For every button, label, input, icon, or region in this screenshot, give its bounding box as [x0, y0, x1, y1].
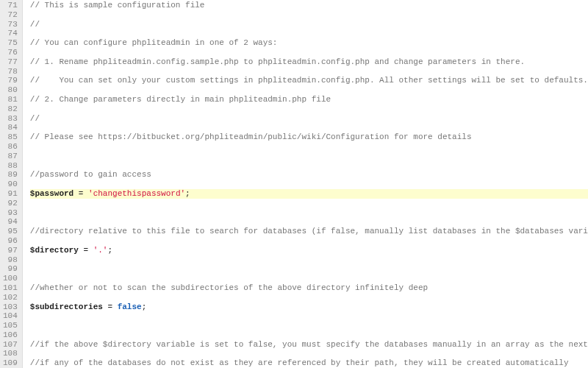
line-number: 75 — [3, 38, 18, 48]
line-number: 101 — [3, 283, 18, 293]
line-number: 96 — [3, 236, 18, 246]
code-line[interactable]: //if the above $directory variable is se… — [30, 340, 588, 350]
code-line[interactable]: // You can set only your custom settings… — [30, 76, 588, 85]
line-number: 73 — [3, 20, 18, 29]
token-comment: // — [30, 20, 40, 29]
code-line[interactable]: // — [30, 20, 588, 29]
token-punct: ; — [142, 302, 147, 311]
code-line[interactable] — [30, 199, 588, 208]
line-number: 86 — [3, 142, 18, 152]
line-number: 98 — [3, 255, 18, 265]
code-line[interactable]: $subdirectories = false; — [30, 302, 588, 312]
line-number: 103 — [3, 302, 18, 312]
code-line[interactable]: $password = 'changethispassword'; — [30, 189, 588, 199]
code-line[interactable]: //if any of the databases do not exist a… — [30, 358, 588, 368]
token-plain — [88, 246, 93, 255]
line-number: 95 — [3, 227, 18, 236]
code-line[interactable] — [30, 105, 588, 114]
line-number: 91 — [3, 189, 18, 199]
line-number: 82 — [3, 105, 18, 114]
line-number: 81 — [3, 95, 18, 105]
code-line[interactable] — [30, 85, 588, 95]
token-str: '.' — [93, 246, 108, 255]
token-var: $password — [30, 189, 74, 198]
token-punct: ; — [185, 189, 190, 198]
code-line[interactable]: // — [30, 114, 588, 124]
code-line[interactable] — [30, 180, 588, 189]
line-number: 104 — [3, 311, 18, 321]
line-number: 93 — [3, 208, 18, 218]
code-line[interactable] — [30, 161, 588, 171]
token-plain — [74, 189, 79, 198]
line-number: 100 — [3, 274, 18, 283]
line-number: 97 — [3, 246, 18, 255]
line-number: 99 — [3, 264, 18, 274]
code-editor: 7172737475767778798081828384858687888990… — [0, 0, 588, 368]
code-line[interactable] — [30, 349, 588, 358]
line-number: 102 — [3, 293, 18, 302]
line-number: 83 — [3, 114, 18, 124]
line-number: 106 — [3, 330, 18, 340]
code-line[interactable]: // You can configure phpliteadmin in one… — [30, 38, 588, 48]
line-number: 87 — [3, 152, 18, 161]
code-line[interactable]: //password to gain access — [30, 170, 588, 180]
token-comment: //if the above $directory variable is se… — [30, 340, 588, 349]
code-line[interactable]: // This is sample configuration file — [30, 1, 588, 10]
code-line[interactable]: //whether or not to scan the subdirector… — [30, 283, 588, 293]
code-line[interactable] — [30, 208, 588, 218]
code-line[interactable] — [30, 236, 588, 246]
code-line[interactable] — [30, 217, 588, 227]
line-number: 85 — [3, 132, 18, 142]
token-plain — [112, 302, 118, 311]
code-line[interactable] — [30, 330, 588, 340]
token-punct: ; — [107, 246, 112, 255]
code-line[interactable] — [30, 123, 588, 132]
code-line[interactable] — [30, 255, 588, 265]
token-comment: // You can configure phpliteadmin in one… — [30, 38, 278, 47]
token-comment: // 1. Rename phpliteadmin.config.sample.… — [30, 57, 525, 66]
code-line[interactable] — [30, 311, 588, 321]
token-comment: //if any of the databases do not exist a… — [30, 358, 569, 367]
token-comment: // — [30, 114, 40, 123]
line-number: 94 — [3, 217, 18, 227]
code-line[interactable] — [30, 29, 588, 38]
token-comment: //directory relative to this file to sea… — [30, 227, 588, 236]
code-line[interactable] — [30, 293, 588, 302]
line-number-gutter: 7172737475767778798081828384858687888990… — [0, 0, 23, 368]
code-line[interactable]: //directory relative to this file to sea… — [30, 227, 588, 236]
code-line[interactable] — [30, 264, 588, 274]
token-comment: // Please see https://bitbucket.org/phpl… — [30, 132, 472, 141]
line-number: 108 — [3, 349, 18, 358]
line-number: 105 — [3, 321, 18, 330]
line-number: 88 — [3, 161, 18, 171]
token-comment: // This is sample configuration file — [30, 1, 205, 10]
line-number: 80 — [3, 85, 18, 95]
code-line[interactable]: // 2. Change parameters directly in main… — [30, 95, 588, 105]
line-number: 109 — [3, 358, 18, 368]
line-number: 92 — [3, 199, 18, 208]
code-line[interactable] — [30, 142, 588, 152]
code-line[interactable] — [30, 321, 588, 330]
code-line[interactable] — [30, 274, 588, 283]
code-line[interactable] — [30, 10, 588, 20]
code-line[interactable]: // Please see https://bitbucket.org/phpl… — [30, 132, 588, 142]
line-number: 71 — [3, 1, 18, 10]
line-number: 79 — [3, 76, 18, 85]
code-line[interactable]: // 1. Rename phpliteadmin.config.sample.… — [30, 57, 588, 67]
token-str: 'changethispassword' — [88, 189, 185, 198]
token-var: $subdirectories — [30, 302, 103, 311]
code-line[interactable] — [30, 67, 588, 77]
token-var: $directory — [30, 246, 79, 255]
line-number: 84 — [3, 123, 18, 132]
line-number: 76 — [3, 48, 18, 57]
code-area[interactable]: // This is sample configuration file // … — [23, 0, 588, 368]
code-line[interactable] — [30, 48, 588, 57]
token-kw: false — [118, 302, 142, 311]
token-comment: //password to gain access — [30, 170, 151, 179]
line-number: 107 — [3, 340, 18, 350]
line-number: 78 — [3, 67, 18, 77]
token-comment: // You can set only your custom settings… — [30, 76, 588, 85]
code-line[interactable] — [30, 152, 588, 161]
line-number: 74 — [3, 29, 18, 38]
code-line[interactable]: $directory = '.'; — [30, 246, 588, 255]
